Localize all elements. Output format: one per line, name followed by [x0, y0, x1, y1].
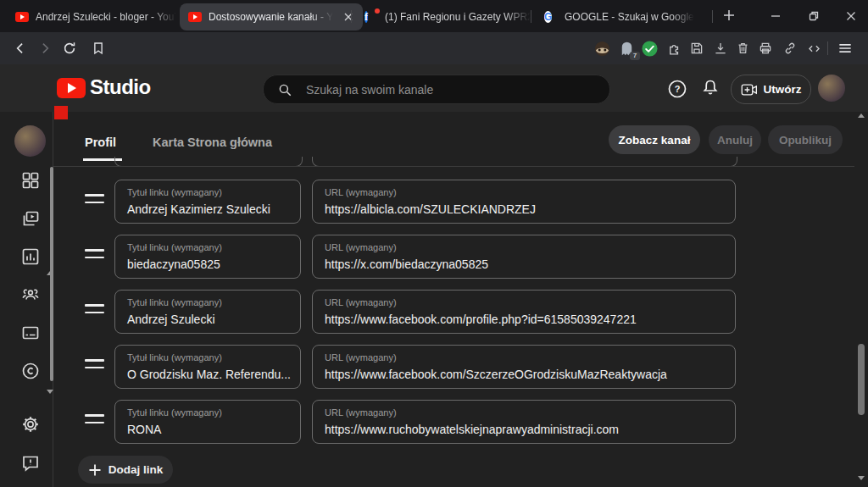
browser-tab-4[interactable]: G GOOGLE - Szukaj w Google — [536, 3, 719, 30]
link-url-label: URL (wymagany) — [325, 407, 397, 418]
youtube-favicon — [188, 10, 202, 24]
link-title-value: O Grodzisku Maz. Referendu... — [127, 368, 291, 381]
link-row: Tytuł linku (wymagany) O Grodzisku Maz. … — [0, 345, 868, 389]
link-row: Tytuł linku (wymagany) Andrzej Kazimierz… — [0, 180, 868, 224]
svg-text:?: ? — [675, 84, 681, 94]
link-row: Tytuł linku (wymagany) biedaczyna05825 U… — [0, 235, 868, 279]
drag-handle[interactable] — [85, 304, 104, 319]
tab-title: Andrzej Szulecki - bloger - YouT — [36, 11, 176, 23]
print-icon[interactable] — [755, 38, 776, 58]
extension-check-icon[interactable] — [639, 38, 659, 58]
help-button[interactable]: ? — [667, 79, 687, 99]
download-icon[interactable] — [710, 38, 731, 58]
tab-title: (1) Fani Regionu i Gazety WPR24 — [385, 11, 531, 23]
create-button-label: Utwórz — [764, 83, 802, 96]
youtube-favicon — [15, 10, 29, 24]
extensions-puzzle-icon[interactable] — [664, 38, 684, 58]
browser-tab-3[interactable]: f (1) Fani Regionu i Gazety WPR24 — [356, 3, 539, 30]
link-url-label: URL (wymagany) — [325, 352, 397, 362]
tab-separator — [351, 10, 352, 23]
reload-button[interactable] — [59, 38, 80, 58]
create-video-icon — [741, 83, 758, 97]
publish-button[interactable]: Opublikuj — [768, 125, 843, 154]
link-url-field[interactable]: URL (wymagany) https://www.facebook.com/… — [312, 345, 736, 389]
toolbar-separator — [827, 42, 828, 55]
drag-handle[interactable] — [85, 194, 104, 209]
channel-search-input[interactable] — [304, 82, 587, 97]
back-button[interactable] — [10, 38, 31, 58]
add-link-button[interactable]: Dodaj link — [78, 456, 173, 484]
account-avatar[interactable] — [818, 75, 845, 102]
minimize-button[interactable] — [764, 6, 787, 26]
tab-title: Dostosowywanie kanału - Y — [209, 11, 333, 23]
facebook-favicon: f — [364, 10, 378, 24]
tab-title: GOOGLE - Szukaj w Google — [565, 11, 694, 23]
new-tab-button[interactable] — [719, 5, 739, 25]
link-title-label: Tytuł linku (wymagany) — [127, 187, 222, 197]
browser-menu-button[interactable] — [835, 38, 855, 58]
content-scroll-down[interactable] — [858, 476, 865, 480]
save-page-icon[interactable] — [687, 38, 707, 58]
forward-button[interactable] — [35, 38, 55, 58]
drag-handle[interactable] — [85, 359, 104, 374]
red-marker — [54, 106, 68, 119]
studio-logo-text[interactable]: Studio — [90, 75, 151, 99]
link-url-label: URL (wymagany) — [325, 297, 397, 307]
link-title-value: biedaczyna05825 — [127, 257, 220, 271]
content-scrollbar-thumb[interactable] — [858, 344, 865, 415]
cancel-button[interactable]: Anuluj — [709, 125, 761, 154]
header-divider — [53, 166, 854, 167]
link-url-label: URL (wymagany) — [325, 187, 397, 197]
tab-separator — [712, 10, 713, 23]
copy-link-icon[interactable] — [780, 38, 800, 58]
link-title-field[interactable]: Tytuł linku (wymagany) Andrzej Szulecki — [114, 290, 301, 334]
browser-toolbar: https://studio.youtube.com/channel/UCYHI… — [0, 32, 868, 64]
link-title-label: Tytuł linku (wymagany) — [127, 297, 222, 307]
maximize-restore-button[interactable] — [802, 6, 826, 26]
link-title-label: Tytuł linku (wymagany) — [127, 407, 222, 418]
extension-ghost-icon[interactable]: 7 — [616, 38, 637, 58]
sidebar-scroll-down[interactable] — [47, 390, 53, 394]
trash-icon[interactable] — [732, 38, 753, 58]
browser-tab-2-active[interactable]: Dostosowywanie kanału - Y — [180, 3, 363, 30]
drag-handle[interactable] — [85, 414, 104, 429]
link-url-field[interactable]: URL (wymagany) https://x.com/biedaczyna0… — [312, 235, 736, 279]
link-url-field[interactable]: URL (wymagany) https://www.ruchobywatels… — [312, 400, 736, 444]
link-title-value: RONA — [127, 423, 161, 436]
tab-karta-strona-glowna[interactable]: Karta Strona główna — [153, 136, 272, 149]
link-url-label: URL (wymagany) — [325, 242, 397, 252]
sidebar-item-feedback[interactable] — [20, 453, 41, 473]
dev-code-icon[interactable] — [804, 38, 824, 58]
link-title-field[interactable]: Tytuł linku (wymagany) biedaczyna05825 — [114, 235, 301, 279]
link-row: Tytuł linku (wymagany) RONA URL (wymagan… — [0, 400, 868, 444]
link-title-field[interactable]: Tytuł linku (wymagany) RONA — [114, 400, 301, 444]
link-url-value: https://www.ruchobywatelskiejnaprawyadmi… — [325, 423, 619, 436]
drag-handle[interactable] — [85, 249, 104, 264]
create-button[interactable]: Utwórz — [731, 75, 811, 104]
tab-profil[interactable]: Profil — [85, 136, 116, 149]
extension-raccoon-icon[interactable] — [592, 38, 612, 58]
link-url-value: https://x.com/biedaczyna05825 — [325, 257, 488, 271]
browser-tab-1[interactable]: Andrzej Szulecki - bloger - YouT — [7, 3, 185, 30]
add-link-label: Dodaj link — [108, 463, 164, 476]
link-title-value: Andrzej Kazimierz Szulecki — [127, 202, 270, 216]
link-title-field[interactable]: Tytuł linku (wymagany) Andrzej Kazimierz… — [114, 180, 301, 224]
browser-tab-bar: Andrzej Szulecki - bloger - YouT Dostoso… — [0, 0, 868, 32]
link-url-field[interactable]: URL (wymagany) https://albicla.com/SZULE… — [312, 180, 736, 224]
link-title-label: Tytuł linku (wymagany) — [127, 352, 222, 362]
close-window-button[interactable] — [839, 6, 863, 26]
tab-separator — [531, 10, 531, 23]
bookmark-icon[interactable] — [88, 38, 108, 58]
link-row: Tytuł linku (wymagany) Andrzej Szulecki … — [0, 290, 868, 334]
content-scroll-up[interactable] — [858, 113, 865, 118]
notifications-button[interactable] — [700, 78, 721, 98]
channel-avatar[interactable] — [14, 125, 46, 157]
channel-search[interactable] — [263, 75, 610, 104]
tab-close-icon[interactable] — [342, 10, 355, 24]
view-channel-button[interactable]: Zobacz kanał — [609, 125, 700, 154]
feedback-icon — [20, 453, 41, 473]
link-title-label: Tytuł linku (wymagany) — [127, 242, 222, 252]
link-title-field[interactable]: Tytuł linku (wymagany) O Grodzisku Maz. … — [114, 345, 301, 389]
link-url-field[interactable]: URL (wymagany) https://www.facebook.com/… — [312, 290, 736, 334]
youtube-logo[interactable] — [57, 78, 86, 98]
